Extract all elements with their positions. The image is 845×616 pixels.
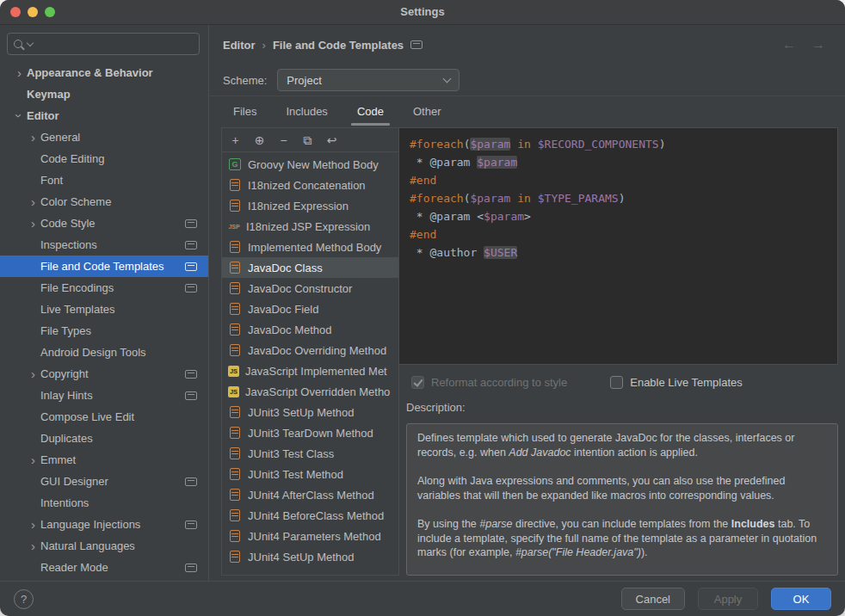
reset-to-default-icon[interactable]: ↩ — [325, 134, 338, 146]
add-template-icon[interactable]: + — [229, 134, 242, 146]
template-item-label: JUnit4 BeforeClass Method — [248, 509, 384, 522]
template-editor[interactable]: #foreach($param in $RECORD_COMPONENTS) *… — [399, 127, 838, 365]
description-box[interactable]: Defines template which used to generate … — [406, 423, 838, 576]
chevron-right-icon[interactable]: › — [26, 217, 40, 230]
js-file-icon: JS — [228, 386, 239, 397]
sidebar-item-natural-languages[interactable]: ›Natural Languages — [0, 535, 208, 557]
sidebar-item-appearance-behavior[interactable]: ›Appearance & Behavior — [0, 62, 208, 83]
sidebar-item-language-injections[interactable]: ›Language Injections — [0, 514, 208, 535]
chevron-right-icon[interactable]: › — [26, 195, 40, 208]
tab-files[interactable]: Files — [231, 100, 258, 126]
tab-includes[interactable]: Includes — [284, 100, 329, 126]
template-item-javascript-overridden-metho[interactable]: JSJavaScript Overridden Metho — [222, 381, 398, 402]
template-item-javadoc-constructor[interactable]: JavaDoc Constructor — [222, 278, 398, 299]
sidebar-item-live-templates[interactable]: Live Templates — [0, 299, 208, 320]
template-item-label: JavaScript Overridden Metho — [245, 385, 390, 398]
settings-tree: ›Appearance & BehaviorKeymap›Editor›Gene… — [0, 60, 208, 581]
sidebar-item-label: Natural Languages — [40, 539, 135, 552]
template-item-javadoc-overriding-method[interactable]: JavaDoc Overriding Method — [222, 340, 398, 360]
back-button[interactable]: ← — [778, 37, 800, 52]
sidebar-item-inlay-hints[interactable]: Inlay Hints — [0, 385, 208, 406]
template-item-junit3-test-class[interactable]: JUnit3 Test Class — [222, 443, 398, 464]
template-item-i18nized-concatenation[interactable]: I18nized Concatenation — [222, 175, 398, 195]
template-item-junit3-test-method[interactable]: JUnit3 Test Method — [222, 464, 398, 484]
cancel-button[interactable]: Cancel — [621, 588, 685, 610]
sidebar-item-gui-designer[interactable]: GUI Designer — [0, 471, 208, 492]
sidebar-item-android-design-tools[interactable]: Android Design Tools — [0, 342, 208, 363]
chevron-right-icon[interactable]: › — [26, 539, 40, 552]
breadcrumb-separator: › — [262, 39, 266, 52]
template-item-junit4-setup-method[interactable]: JUnit4 SetUp Method — [222, 546, 398, 567]
sidebar-item-file-types[interactable]: File Types — [0, 320, 208, 342]
template-item-i18nized-expression[interactable]: I18nized Expression — [222, 195, 398, 216]
sidebar-item-general[interactable]: ›General — [0, 126, 208, 148]
sidebar-item-inspections[interactable]: Inspections — [0, 234, 208, 256]
footer-buttons: CancelApplyOK — [621, 588, 831, 610]
sidebar-item-editor[interactable]: ›Editor — [0, 105, 208, 126]
sidebar-item-label: Android Design Tools — [40, 346, 146, 359]
ok-button[interactable]: OK — [771, 588, 831, 610]
template-item-implemented-method-body[interactable]: Implemented Method Body — [222, 237, 398, 257]
chevron-down-icon[interactable]: › — [13, 108, 26, 123]
scheme-dropdown[interactable]: Project — [277, 69, 460, 91]
sidebar-item-intentions[interactable]: Intentions — [0, 492, 208, 514]
template-item-i18nized-jsp-expression[interactable]: JSPI18nized JSP Expression — [222, 216, 398, 237]
sidebar-item-copyright[interactable]: ›Copyright — [0, 363, 208, 385]
chevron-right-icon[interactable]: › — [12, 66, 27, 79]
sidebar-item-reader-mode[interactable]: Reader Mode — [0, 557, 208, 578]
template-item-junit4-beforeclass-method[interactable]: JUnit4 BeforeClass Method — [222, 505, 398, 526]
chevron-right-icon[interactable]: › — [26, 453, 40, 466]
template-file-icon — [230, 323, 240, 336]
template-item-junit4-parameters-method[interactable]: JUnit4 Parameters Method — [222, 526, 398, 546]
help-button[interactable]: ? — [14, 589, 34, 609]
tab-code[interactable]: Code — [355, 100, 385, 126]
template-item-javascript-implemented-met[interactable]: JSJavaScript Implemented Met — [222, 360, 398, 381]
close-window-button[interactable] — [10, 7, 21, 17]
settings-search-field[interactable] — [7, 33, 200, 55]
template-item-label: JUnit3 TearDown Method — [248, 427, 373, 440]
scheme-row: Scheme: Project — [209, 65, 845, 96]
create-child-template-icon[interactable]: ⊕ — [253, 134, 266, 146]
sidebar-item-color-scheme[interactable]: ›Color Scheme — [0, 191, 208, 213]
sidebar-item-code-style[interactable]: ›Code Style — [0, 213, 208, 234]
sidebar-item-duplicates[interactable]: Duplicates — [0, 428, 208, 449]
tab-other[interactable]: Other — [411, 100, 443, 126]
description-paragraph: By using the #parse directive, you can i… — [417, 517, 827, 560]
sidebar-item-emmet[interactable]: ›Emmet — [0, 449, 208, 471]
sidebar-item-keymap[interactable]: Keymap — [0, 83, 208, 105]
per-project-settings-icon — [185, 564, 197, 572]
jsp-file-icon: JSP — [228, 220, 240, 232]
search-history-chevron-icon[interactable] — [27, 40, 34, 46]
template-item-label: Groovy New Method Body — [248, 158, 379, 171]
chevron-right-icon[interactable]: › — [26, 131, 40, 144]
chevron-right-icon[interactable]: › — [26, 367, 40, 380]
template-item-groovy-new-method-body[interactable]: GGroovy New Method Body — [222, 154, 398, 175]
copy-template-icon[interactable]: ⧉ — [301, 134, 314, 146]
apply-button: Apply — [698, 588, 758, 610]
zoom-window-button[interactable] — [45, 7, 55, 17]
per-project-settings-icon — [185, 477, 197, 486]
template-item-javadoc-field[interactable]: JavaDoc Field — [222, 299, 398, 319]
breadcrumb-editor[interactable]: Editor — [223, 39, 256, 52]
window-title: Settings — [0, 0, 845, 24]
template-item-label: JavaDoc Constructor — [248, 282, 352, 295]
template-file-icon — [230, 406, 240, 418]
template-item-javadoc-class[interactable]: JavaDoc Class — [222, 257, 398, 278]
minimize-window-button[interactable] — [28, 7, 38, 17]
sidebar-item-code-editing[interactable]: Code Editing — [0, 148, 208, 169]
templates-content: +⊕−⧉↩ GGroovy New Method BodyI18nized Co… — [221, 127, 838, 576]
template-item-junit3-teardown-method[interactable]: JUnit3 TearDown Method — [222, 422, 398, 443]
settings-search-input[interactable] — [37, 37, 193, 52]
sidebar-item-file-and-code-templates[interactable]: File and Code Templates — [0, 256, 208, 277]
forward-button[interactable]: → — [807, 37, 830, 52]
chevron-right-icon[interactable]: › — [26, 518, 40, 531]
sidebar-item-font[interactable]: Font — [0, 169, 208, 191]
sidebar-item-file-encodings[interactable]: File Encodings — [0, 277, 208, 299]
remove-template-icon[interactable]: − — [277, 134, 290, 146]
template-list-panel: +⊕−⧉↩ GGroovy New Method BodyI18nized Co… — [221, 127, 399, 576]
enable-live-templates-checkbox[interactable] — [610, 376, 623, 389]
template-item-junit3-setup-method[interactable]: JUnit3 SetUp Method — [222, 402, 398, 422]
sidebar-item-compose-live-edit[interactable]: Compose Live Edit — [0, 406, 208, 428]
template-item-junit4-afterclass-method[interactable]: JUnit4 AfterClass Method — [222, 484, 398, 505]
template-item-javadoc-method[interactable]: JavaDoc Method — [222, 319, 398, 340]
